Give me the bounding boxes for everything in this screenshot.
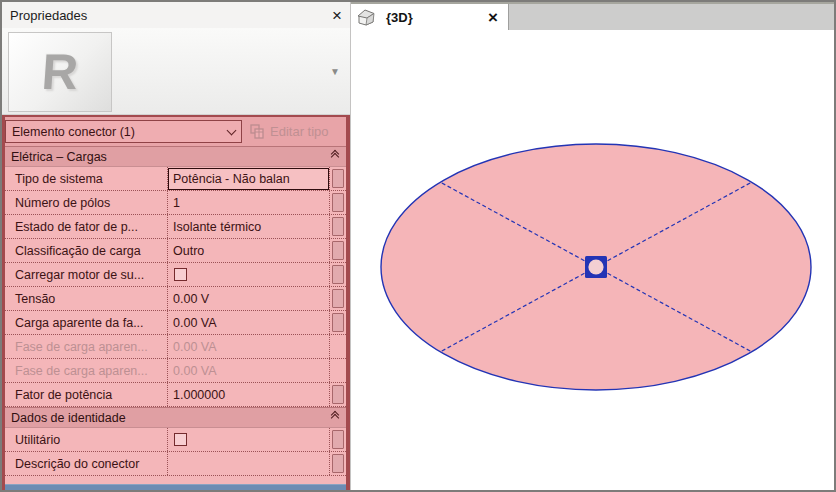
- load-classification-field[interactable]: Outro: [168, 239, 330, 262]
- associate-parameter-button[interactable]: [332, 430, 344, 449]
- apparent-load-phase-field: 0.00 VA: [168, 335, 330, 358]
- edit-type-button[interactable]: Editar tipo: [250, 124, 329, 139]
- table-row: Descrição do conector: [5, 452, 346, 476]
- table-row: Classificação de carga Outro: [5, 239, 346, 263]
- associate-parameter-button[interactable]: [332, 289, 344, 308]
- home-3d-icon: [357, 9, 376, 26]
- family-thumbnail: R: [8, 32, 112, 112]
- revit-window: Propriedades × R ▼ Elemento conector (1): [0, 0, 836, 492]
- associate-parameter-button[interactable]: [332, 265, 344, 284]
- collapse-icon[interactable]: [332, 415, 338, 421]
- connector-description-field[interactable]: [168, 452, 330, 475]
- associate-parameter-button[interactable]: [332, 454, 344, 473]
- tab-3d-view[interactable]: {3D} ×: [351, 4, 509, 30]
- associate-parameter-button[interactable]: [332, 193, 344, 212]
- motor-load-checkbox[interactable]: [174, 268, 187, 281]
- system-type-field[interactable]: Potência - Não balan: [168, 167, 330, 190]
- apparent-load-field[interactable]: 0.00 VA: [168, 311, 330, 334]
- revit-logo-icon: R: [40, 43, 80, 101]
- properties-grid: Elemento conector (1) Editar tipo Elétri…: [2, 115, 350, 490]
- element-selector-combobox[interactable]: Elemento conector (1): [5, 120, 242, 143]
- table-row: Fase de carga aparen... 0.00 VA: [5, 335, 346, 359]
- table-row: Fase de carga aparen... 0.00 VA: [5, 359, 346, 383]
- power-factor-state-field[interactable]: Isolante térmico: [168, 215, 330, 238]
- type-selector-preview[interactable]: R ▼: [2, 28, 350, 115]
- apparent-load-phase-field: 0.00 VA: [168, 359, 330, 382]
- drawing-canvas[interactable]: [351, 30, 834, 490]
- section-header-electrical-loads[interactable]: Elétrica – Cargas: [5, 146, 346, 167]
- voltage-field[interactable]: 0.00 V: [168, 287, 330, 310]
- table-row: Fator de potência 1.000000: [5, 383, 346, 407]
- selector-row: Elemento conector (1) Editar tipo: [5, 117, 346, 146]
- edit-type-label: Editar tipo: [270, 124, 329, 139]
- associate-parameter-button[interactable]: [332, 241, 344, 260]
- section-header-identity-data[interactable]: Dados de identidade: [5, 407, 346, 428]
- edit-type-icon: [250, 124, 265, 139]
- selector-value: Elemento conector (1): [12, 125, 135, 139]
- chevron-down-icon: [227, 125, 237, 135]
- associate-parameter-button[interactable]: [332, 385, 344, 404]
- chevron-down-icon[interactable]: ▼: [330, 66, 340, 77]
- table-row: Tipo de sistema Potência - Não balan: [5, 167, 346, 191]
- power-factor-field[interactable]: 1.000000: [168, 383, 330, 406]
- connector-geometry: [351, 30, 835, 492]
- table-row: Estado de fator de p... Isolante térmico: [5, 215, 346, 239]
- view-area: {3D} ×: [350, 2, 834, 490]
- panel-title: Propriedades: [10, 8, 87, 23]
- table-row: Número de pólos 1: [5, 191, 346, 215]
- table-row: Tensão 0.00 V: [5, 287, 346, 311]
- view-tab-bar: {3D} ×: [351, 2, 834, 30]
- properties-header: Propriedades ×: [2, 2, 350, 28]
- palette-bottom-edge: [5, 484, 346, 490]
- poles-field[interactable]: 1: [168, 191, 330, 214]
- table-row: Carga aparente da fa... 0.00 VA: [5, 311, 346, 335]
- associate-parameter-button[interactable]: [332, 217, 344, 236]
- table-row: Utilitário: [5, 428, 346, 452]
- associate-parameter-button[interactable]: [332, 313, 344, 332]
- associate-parameter-button[interactable]: [332, 169, 344, 188]
- close-icon[interactable]: ×: [332, 7, 342, 24]
- tab-label: {3D}: [386, 10, 413, 25]
- properties-palette: Propriedades × R ▼ Elemento conector (1): [2, 2, 350, 490]
- collapse-icon[interactable]: [332, 154, 338, 160]
- utility-checkbox[interactable]: [174, 433, 187, 446]
- close-icon[interactable]: ×: [488, 9, 498, 26]
- table-row: Carregar motor de su...: [5, 263, 346, 287]
